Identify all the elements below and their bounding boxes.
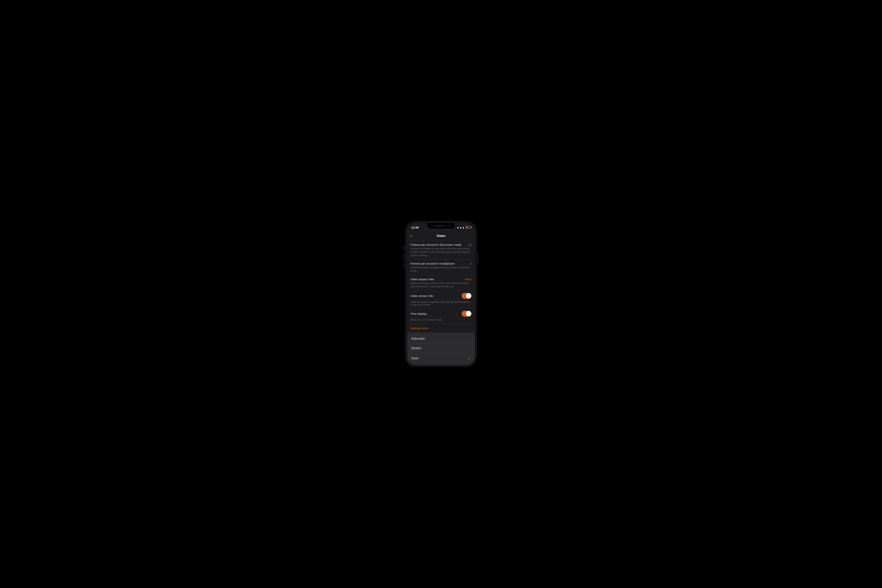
power-button[interactable] <box>477 252 478 265</box>
video-aspect-value[interactable]: Save <box>465 278 472 281</box>
toggle-knob-stream <box>466 293 471 298</box>
settings-reset-section: Settings reset <box>410 323 472 333</box>
phone-frame: 11:59 ▲▲▲ ‹ Video Frames per second in f… <box>406 222 476 366</box>
time-display-toggle[interactable] <box>462 310 472 317</box>
wifi-icon: ▲▲▲ <box>456 226 465 229</box>
notch-dot3 <box>449 225 451 226</box>
notch <box>427 223 455 228</box>
toggle-knob-time <box>466 311 471 316</box>
fps-multipicture-label: Frames per second in multipicture <box>410 262 455 265</box>
time-display-row[interactable]: Time display <box>410 308 472 318</box>
fps-fullscreen-value[interactable]: 10 <box>468 243 472 246</box>
fps-fullscreen-label: Frames per second in full screen mode <box>410 243 461 246</box>
checkmark-icon: ✓ <box>468 356 471 360</box>
picker-option-stretch[interactable]: Stretch <box>407 344 475 353</box>
silent-button[interactable] <box>404 262 405 269</box>
picker-option-save[interactable]: Save ✓ <box>407 353 475 363</box>
fps-multipicture-value[interactable]: 4 <box>470 262 472 265</box>
video-aspect-desc: Stretch the image to fill the entire cel… <box>410 282 472 288</box>
navigation-bar: ‹ Video <box>407 232 475 240</box>
volume-down-button[interactable] <box>404 254 405 260</box>
picker-option-stretch-label: Stretch <box>411 346 421 350</box>
picker-option-save-label: Save <box>411 357 418 360</box>
video-stream-info-toggle[interactable] <box>462 293 472 299</box>
video-stream-info-row[interactable]: Video stream info <box>410 291 472 300</box>
time-display-desc: Show time in full screen mode <box>410 318 472 323</box>
video-stream-info-desc: Show information regarding video (format… <box>410 300 472 308</box>
video-aspect-header: Video aspect ratio Save <box>410 278 472 281</box>
fps-fullscreen-header: Frames per second in full screen mode 10 <box>410 243 472 246</box>
fps-fullscreen-desc: Frequency limitation is only active when… <box>410 247 472 257</box>
status-time: 11:59 <box>411 226 418 229</box>
settings-section: Frames per second in full screen mode 10… <box>407 240 475 333</box>
time-display-label: Time display <box>410 312 427 315</box>
video-aspect-row[interactable]: Video aspect ratio Save Stretch the imag… <box>410 275 472 291</box>
status-icons: ▲▲▲ <box>456 226 471 229</box>
back-button[interactable]: ‹ <box>410 234 412 238</box>
picker-overlay[interactable]: Automatic Stretch Save ✓ <box>407 332 475 365</box>
fps-multipicture-desc: Actual framerate may depend on the setti… <box>410 266 472 273</box>
picker-option-automatic-label: Automatic <box>411 337 425 340</box>
fps-multipicture-row[interactable]: Frames per second in multipicture 4 Actu… <box>410 259 472 275</box>
video-stream-info-label: Video stream info <box>410 294 433 297</box>
page-title: Video <box>436 234 446 238</box>
notch-camera <box>431 225 433 226</box>
battery-icon <box>466 226 471 228</box>
volume-up-button[interactable] <box>404 245 405 251</box>
video-aspect-label: Video aspect ratio <box>410 278 434 281</box>
battery-fill <box>466 226 468 228</box>
fps-multipicture-header: Frames per second in multipicture 4 <box>410 262 472 265</box>
picker-option-automatic[interactable]: Automatic <box>407 334 475 344</box>
notch-sensor <box>435 225 444 226</box>
notch-dot2 <box>446 225 447 226</box>
status-bar: 11:59 ▲▲▲ <box>407 223 475 232</box>
fps-fullscreen-row[interactable]: Frames per second in full screen mode 10… <box>410 240 472 259</box>
phone-screen: 11:59 ▲▲▲ ‹ Video Frames per second in f… <box>407 223 475 365</box>
settings-reset-button[interactable]: Settings reset <box>410 327 429 330</box>
